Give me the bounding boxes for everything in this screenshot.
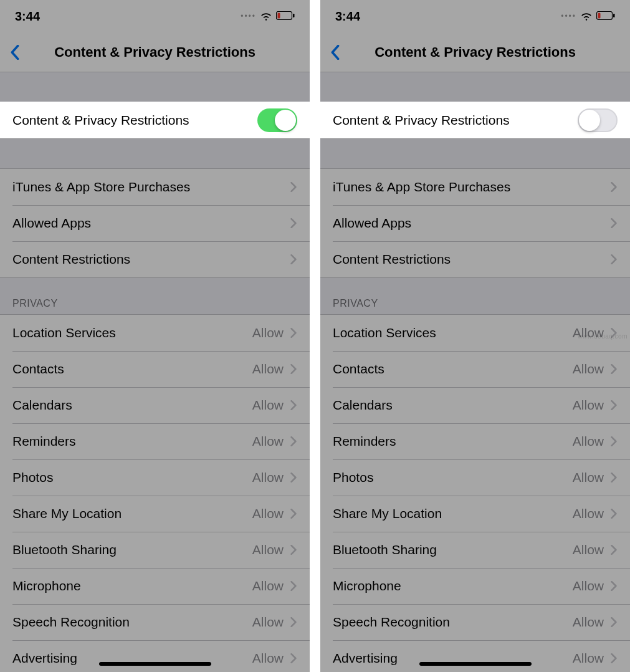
cell-value: Allow <box>252 615 284 630</box>
cellular-dots-icon: •••• <box>241 12 256 21</box>
chevron-right-icon <box>290 327 297 339</box>
spacer <box>0 72 310 102</box>
home-indicator[interactable] <box>99 662 211 666</box>
toggle-switch-off[interactable] <box>578 108 618 132</box>
speech-recognition-row[interactable]: Speech RecognitionAllow <box>320 604 630 640</box>
share-my-location-row[interactable]: Share My LocationAllow <box>0 496 310 532</box>
allowed-apps-row[interactable]: Allowed Apps <box>0 205 310 241</box>
highlighted-toggle-row[interactable]: Content & Privacy Restrictions <box>320 102 630 138</box>
chevron-right-icon <box>610 253 618 266</box>
cell-label: Reminders <box>333 434 396 449</box>
toggle-label: Content & Privacy Restrictions <box>333 113 510 128</box>
battery-low-icon <box>276 11 295 21</box>
advertising-row[interactable]: AdvertisingAllow <box>0 640 310 672</box>
privacy-group: Location ServicesAllow ContactsAllow Cal… <box>320 314 630 672</box>
battery-low-icon <box>596 11 615 21</box>
microphone-row[interactable]: MicrophoneAllow <box>320 568 630 604</box>
microphone-row[interactable]: MicrophoneAllow <box>0 568 310 604</box>
cell-value: Allow <box>573 434 604 449</box>
chevron-right-icon <box>610 181 618 193</box>
svg-rect-1 <box>278 13 280 19</box>
content-restrictions-row[interactable]: Content Restrictions <box>320 241 630 277</box>
photos-row[interactable]: PhotosAllow <box>320 459 630 496</box>
chevron-right-icon <box>290 616 297 628</box>
store-group: iTunes & App Store Purchases Allowed App… <box>320 168 630 278</box>
cell-label: Photos <box>12 470 53 485</box>
chevron-right-icon <box>610 471 618 484</box>
chevron-right-icon <box>610 435 618 448</box>
itunes-row[interactable]: iTunes & App Store Purchases <box>320 169 630 205</box>
chevron-right-icon <box>610 616 618 628</box>
highlighted-toggle-row[interactable]: Content & Privacy Restrictions <box>0 102 310 138</box>
allowed-apps-row[interactable]: Allowed Apps <box>320 205 630 241</box>
cell-value: Allow <box>252 651 284 666</box>
cell-value: Allow <box>573 506 604 521</box>
spacer <box>320 139 630 168</box>
cell-label: Speech Recognition <box>333 615 450 630</box>
chevron-right-icon <box>290 363 297 375</box>
toggle-knob <box>275 110 296 131</box>
calendars-row[interactable]: CalendarsAllow <box>0 387 310 423</box>
home-indicator[interactable] <box>419 662 532 666</box>
content-restrictions-row[interactable]: Content Restrictions <box>0 241 310 277</box>
chevron-right-icon <box>290 652 297 665</box>
settings-content: Content & Privacy Restrictions iTunes & … <box>0 72 310 672</box>
cell-value: Allow <box>573 615 604 630</box>
chevron-right-icon <box>290 580 297 592</box>
watermark: www.deuaq.com <box>578 333 628 340</box>
calendars-row[interactable]: CalendarsAllow <box>320 387 630 423</box>
cell-value: Allow <box>252 506 284 521</box>
cell-value: Allow <box>252 398 284 413</box>
page-title: Content & Privacy Restrictions <box>320 44 630 60</box>
cell-value: Allow <box>252 470 284 485</box>
cell-value: Allow <box>252 434 284 449</box>
toggle-switch-on[interactable] <box>257 108 297 132</box>
privacy-header: PRIVACY <box>320 278 630 314</box>
store-group: iTunes & App Store Purchases Allowed App… <box>0 168 310 278</box>
itunes-row[interactable]: iTunes & App Store Purchases <box>0 169 310 205</box>
cellular-dots-icon: •••• <box>561 12 576 21</box>
cell-label: Location Services <box>333 325 436 340</box>
contacts-row[interactable]: ContactsAllow <box>0 351 310 387</box>
cell-value: Allow <box>252 325 284 340</box>
photos-row[interactable]: PhotosAllow <box>0 459 310 496</box>
cell-label: Bluetooth Sharing <box>12 542 117 557</box>
bluetooth-sharing-row[interactable]: Bluetooth SharingAllow <box>320 532 630 568</box>
cell-value: Allow <box>252 542 284 557</box>
screenshot-right: 3:44 •••• Content & Privacy Restrictions… <box>320 0 630 672</box>
advertising-row[interactable]: AdvertisingAllow <box>320 640 630 672</box>
chevron-right-icon <box>290 217 297 229</box>
cell-label: Allowed Apps <box>12 216 91 231</box>
cell-label: Share My Location <box>12 506 122 521</box>
bluetooth-sharing-row[interactable]: Bluetooth SharingAllow <box>0 532 310 568</box>
chevron-right-icon <box>290 435 297 448</box>
toggle-knob <box>579 110 600 131</box>
cell-value: Allow <box>573 651 604 666</box>
chevron-right-icon <box>290 399 297 411</box>
location-services-row[interactable]: Location ServicesAllow <box>0 315 310 351</box>
reminders-row[interactable]: RemindersAllow <box>0 423 310 459</box>
reminders-row[interactable]: RemindersAllow <box>320 423 630 459</box>
privacy-group: Location ServicesAllow ContactsAllow Cal… <box>0 314 310 672</box>
svg-rect-5 <box>613 14 615 17</box>
back-button[interactable] <box>7 43 22 62</box>
wifi-icon <box>580 10 593 22</box>
share-my-location-row[interactable]: Share My LocationAllow <box>320 496 630 532</box>
back-button[interactable] <box>328 43 343 62</box>
chevron-right-icon <box>610 580 618 592</box>
wifi-icon <box>260 10 272 22</box>
cell-value: Allow <box>573 470 604 485</box>
cell-label: Contacts <box>333 362 384 377</box>
cell-value: Allow <box>252 578 284 593</box>
speech-recognition-row[interactable]: Speech RecognitionAllow <box>0 604 310 640</box>
contacts-row[interactable]: ContactsAllow <box>320 351 630 387</box>
settings-content: Content & Privacy Restrictions iTunes & … <box>320 72 630 672</box>
chevron-right-icon <box>610 544 618 556</box>
chevron-right-icon <box>610 652 618 665</box>
cell-value: Allow <box>573 542 604 557</box>
chevron-right-icon <box>610 363 618 375</box>
chevron-right-icon <box>290 471 297 484</box>
spacer <box>320 72 630 102</box>
cell-label: Calendars <box>12 398 72 413</box>
cell-label: iTunes & App Store Purchases <box>333 180 510 194</box>
